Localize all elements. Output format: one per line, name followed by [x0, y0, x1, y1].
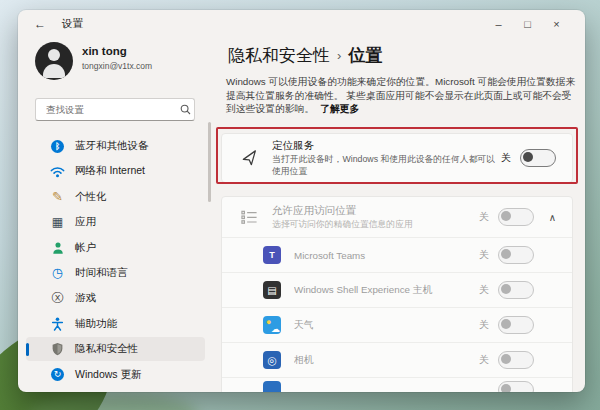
xbox-icon: ⓧ	[50, 291, 65, 306]
selected-indicator	[26, 343, 29, 356]
location-services-card: 定位服务 当打开此设备时，Windows 和使用此设备的任何人都可以使用位置 关	[221, 133, 573, 183]
desktop: ← 设置 – □ × xin tong tongxin@v1tx.com ᛒ	[0, 0, 600, 410]
profile-email: tongxin@v1tx.com	[82, 61, 152, 71]
sidebar-item-time-language[interactable]: ◷ 时间和语言	[26, 261, 205, 285]
app-state: 关	[479, 283, 489, 297]
app-row-camera: ◎ 相机 关	[222, 342, 572, 377]
sidebar: xin tong tongxin@v1tx.com ᛒ 蓝牙和其他设备 网络和 …	[18, 38, 213, 392]
settings-window: ← 设置 – □ × xin tong tongxin@v1tx.com ᛒ	[18, 10, 585, 392]
location-arrow-icon	[241, 149, 259, 167]
sidebar-nav: ᛒ 蓝牙和其他设备 网络和 Internet ✎ 个性化 ▦ 应用	[26, 134, 205, 388]
titlebar: ← 设置 – □ ×	[18, 10, 585, 38]
app-icon	[263, 381, 281, 393]
back-button[interactable]: ←	[34, 17, 46, 31]
window-title: 设置	[62, 17, 83, 31]
update-icon: ↻	[50, 367, 65, 382]
sidebar-item-accounts[interactable]: 帐户	[26, 236, 205, 260]
bluetooth-icon: ᛒ	[50, 139, 65, 154]
location-services-subtitle: 当打开此设备时，Windows 和使用此设备的任何人都可以使用位置	[272, 154, 501, 177]
chevron-up-icon[interactable]: ∧	[534, 212, 556, 223]
clock-icon: ◷	[50, 265, 65, 280]
sidebar-item-personalization[interactable]: ✎ 个性化	[26, 185, 205, 209]
maximize-button[interactable]: □	[513, 10, 542, 38]
app-toggle	[498, 381, 534, 393]
app-list-icon	[241, 209, 259, 225]
sidebar-item-accessibility[interactable]: 辅助功能	[26, 312, 205, 336]
wifi-icon	[50, 164, 65, 179]
brush-icon: ✎	[50, 189, 65, 204]
app-state: 关	[479, 318, 489, 332]
allow-apps-subtitle: 选择可访问你的精确位置信息的应用	[272, 219, 479, 231]
app-state: 关	[479, 248, 489, 262]
app-row-teams: T Microsoft Teams 关	[222, 237, 572, 272]
window-controls: – □ ×	[484, 10, 571, 38]
shell-app-icon: ▤	[263, 281, 281, 299]
sidebar-item-privacy-security[interactable]: 隐私和安全性	[26, 337, 205, 361]
location-services-state: 关	[501, 151, 511, 165]
app-state: 关	[479, 353, 489, 367]
page-description: Windows 可以使用设备的功能来确定你的位置。Microsoft 可能会使用…	[226, 75, 578, 116]
profile-name: xin tong	[82, 45, 127, 57]
search-input[interactable]	[44, 103, 180, 116]
avatar[interactable]	[35, 42, 73, 80]
app-name: Windows Shell Experience 主机	[294, 284, 479, 297]
teams-app-icon: T	[263, 246, 281, 264]
camera-app-icon: ◎	[263, 351, 281, 369]
sidebar-scrollbar[interactable]	[208, 122, 211, 202]
allow-apps-row[interactable]: 允许应用访问位置 选择可访问你的精确位置信息的应用 关 ∧	[222, 197, 572, 237]
sidebar-item-apps[interactable]: ▦ 应用	[26, 210, 205, 234]
app-row-weather: ●☁ 天气 关	[222, 307, 572, 342]
app-name: Microsoft Teams	[294, 250, 479, 261]
sidebar-item-gaming[interactable]: ⓧ 游戏	[26, 286, 205, 310]
allow-apps-toggle	[498, 208, 534, 226]
allow-apps-state: 关	[479, 210, 489, 224]
shell-toggle	[498, 281, 534, 299]
breadcrumb: 隐私和安全性›位置	[228, 44, 382, 67]
sidebar-item-bluetooth[interactable]: ᛒ 蓝牙和其他设备	[26, 134, 205, 158]
app-name: 天气	[294, 319, 479, 332]
close-button[interactable]: ×	[542, 10, 571, 38]
learn-more-link[interactable]: 了解更多	[320, 103, 359, 114]
shield-icon	[50, 342, 65, 357]
weather-app-icon: ●☁	[263, 316, 281, 334]
allow-apps-title: 允许应用访问位置	[272, 204, 479, 218]
breadcrumb-parent[interactable]: 隐私和安全性	[228, 46, 330, 65]
sidebar-item-windows-update[interactable]: ↻ Windows 更新	[26, 363, 205, 387]
sidebar-item-network[interactable]: 网络和 Internet	[26, 159, 205, 183]
main-content: 隐私和安全性›位置 Windows 可以使用设备的功能来确定你的位置。Micro…	[213, 38, 585, 392]
allow-apps-group: 允许应用访问位置 选择可访问你的精确位置信息的应用 关 ∧ T Microsof…	[221, 196, 573, 392]
teams-toggle	[498, 246, 534, 264]
page-title: 位置	[348, 46, 382, 65]
search-icon	[180, 104, 191, 115]
breadcrumb-separator: ›	[337, 48, 341, 63]
app-row-shell-experience: ▤ Windows Shell Experience 主机 关	[222, 272, 572, 307]
weather-toggle	[498, 316, 534, 334]
person-icon	[50, 240, 65, 255]
app-row-partial	[222, 377, 572, 392]
location-services-title: 定位服务	[272, 139, 501, 153]
app-name: 相机	[294, 354, 479, 367]
apps-icon: ▦	[50, 215, 65, 230]
search-box	[35, 98, 195, 121]
minimize-button[interactable]: –	[484, 10, 513, 38]
camera-toggle	[498, 351, 534, 369]
location-services-toggle[interactable]	[520, 149, 556, 167]
accessibility-icon	[50, 316, 65, 331]
